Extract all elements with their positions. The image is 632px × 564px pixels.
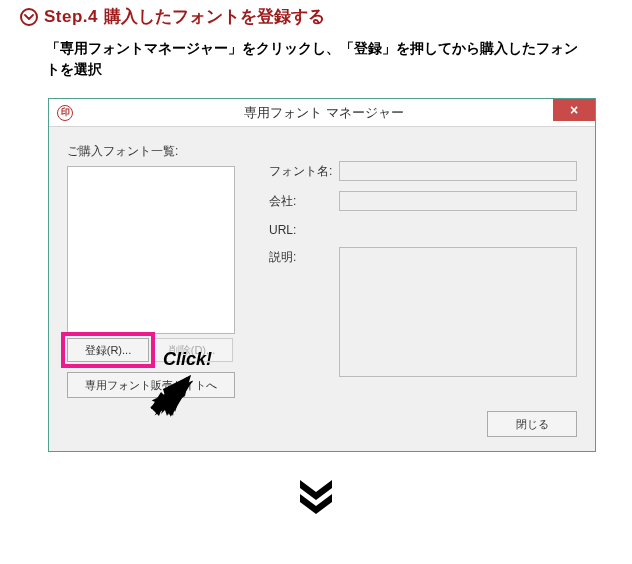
step-header: Step.4 購入したフォントを登録する [20,5,612,28]
sales-site-button[interactable]: 専用フォント販売サイトへ [67,372,235,398]
window-title: 専用フォント マネージャー [53,104,595,122]
window-titlebar: 印 専用フォント マネージャー × [49,99,595,127]
close-button[interactable]: 閉じる [487,411,577,437]
font-name-label: フォント名: [269,161,339,180]
company-field [339,191,577,211]
instruction-text: 「専用フォントマネージャー」をクリックし、「登録」を押してから購入したフォントを… [46,38,586,80]
step-title: 購入したフォントを登録する [104,5,325,28]
step-number: Step.4 [44,7,98,27]
font-list-label: ご購入フォント一覧: [67,143,253,160]
down-chevrons-icon [296,478,336,516]
purchased-font-list[interactable] [67,166,235,334]
font-name-field [339,161,577,181]
font-manager-window: 印 専用フォント マネージャー × ご購入フォント一覧: 登録(R)... 削除… [48,98,596,452]
chevron-down-circle-icon [20,8,38,26]
delete-button[interactable]: 削除(D)... [151,338,233,362]
url-label: URL: [269,221,339,237]
description-label: 説明: [269,247,339,266]
window-close-button[interactable]: × [553,99,595,121]
register-button[interactable]: 登録(R)... [67,338,149,362]
company-label: 会社: [269,191,339,210]
url-value [339,221,577,223]
description-field [339,247,577,377]
